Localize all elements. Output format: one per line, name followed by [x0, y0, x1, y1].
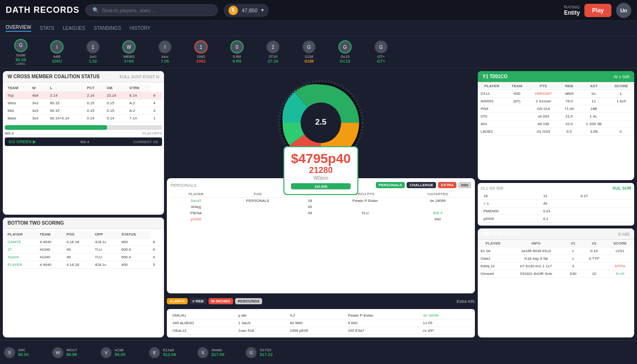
player-card[interactable]: 1 1oU 1.02 — [76, 40, 110, 64]
player-name: 1oU — [90, 55, 97, 59]
player-score: Gc13 — [340, 59, 350, 64]
coin-value: 47,850 — [242, 8, 258, 13]
player-card[interactable]: 2 2T10 27.10 — [256, 40, 290, 64]
player-card[interactable]: 0 0.R0 0.R0 — [220, 40, 254, 64]
player-card[interactable]: 1 1082 1082 — [184, 40, 218, 64]
table-row: 0T0 cb 004 21.0 1 4c. — [478, 113, 634, 120]
col-w: W — [29, 84, 47, 92]
score-label: RATING — [564, 5, 580, 9]
table-row: Top4b42.142.1425.146.146 — [5, 92, 162, 100]
player-score: G1M — [304, 59, 314, 64]
player-name: G1M — [305, 55, 313, 59]
player-avatar: G — [302, 40, 316, 54]
bottom-player-info-2: WO1T $6.86 — [66, 348, 77, 357]
player-name: Go00 — [16, 53, 26, 57]
player-card[interactable]: G Gc13 Gc13 — [328, 40, 362, 64]
bottom-avatar-3: V — [100, 347, 112, 358]
player-card[interactable]: l lo66 100U — [40, 40, 74, 64]
nav-right: RATING Entity Play Un — [564, 3, 631, 18]
popup-big-score: $4795p40 — [291, 152, 351, 165]
nav-coin-area: $ 47,850 ▾ — [224, 4, 269, 17]
subnav-item-stats[interactable]: STATS — [40, 26, 55, 31]
player-name: 0.R0 — [233, 55, 241, 59]
bottom-sublabel: CURRENT GE — [133, 140, 158, 144]
tab-personals[interactable]: PERSONALS — [376, 182, 405, 188]
matchup-data-table: PLAYER POS OPP PROJ PTS %STARTED Decd7 P… — [171, 191, 471, 222]
player-score: 0.R0 — [232, 59, 241, 64]
center-panel: 2.5 $4795p40 21280 W0poo 1bt.600 PERSONA… — [167, 71, 475, 337]
nav-dropdown-icon[interactable]: ▾ — [261, 7, 264, 13]
tab-info[interactable]: Info — [458, 182, 471, 188]
subnav-item-overview[interactable]: OVERVIEW — [6, 25, 31, 32]
player-avatar: l — [158, 40, 172, 54]
right-mid-card: VL1 G0 508 SUL SOR 18 11 0.27 = 1 45 — [478, 183, 634, 226]
tab-alerts[interactable]: ALERTS — [167, 298, 188, 304]
player-score: 100U — [52, 59, 62, 64]
coin-icon: $ — [228, 6, 238, 15]
bottom-label: GO GREEN ▶ — [9, 139, 36, 144]
bottom-stats-card: DMLHU y abl 4.2 Peado P-Eslan 4e 18099 3… — [167, 309, 475, 337]
left-data-table: TEAM W L PCT GB STRK Top4b42.142.1425.14… — [5, 84, 162, 122]
table-row: Mid3x360.150.150.15A.22 — [5, 107, 162, 115]
tab-challenge[interactable]: CHALLENGE — [407, 182, 436, 188]
player-label: LABEL — [16, 62, 26, 65]
table-row: Tosent4104049TLU600.44 — [5, 254, 162, 261]
table-row: E1 0e 2a165 6016 6S12 c 0.16 c2S1 — [478, 247, 634, 255]
bottom-player-info-4: E11a0 $12.06 — [163, 348, 176, 357]
right-top-card: Y1 T001CO W v 508 PLAYER TEAM PTS REB AS… — [478, 71, 634, 180]
table-row: PMEN00 0.91 — [481, 208, 631, 215]
bottom-player-s: S SIweb $17.06 — [197, 347, 240, 358]
bottom-player-info-5: SIweb $17.06 — [211, 348, 225, 357]
bottom-player-info-3: vCa6 $6.05 — [115, 348, 126, 357]
matchup-title: PERSONALS — [171, 183, 197, 188]
table-row: 18 11 0.27 — [481, 192, 631, 200]
table-row: G111 40D H0R1G8T oBb5 1b. 1. — [478, 90, 634, 98]
right-bottom-subtitle: S A65 — [618, 232, 629, 237]
table-row: Base3x360.14+0.140.140.147.141 — [5, 115, 162, 122]
table-row: DMLHU y abl 4.2 Peado P-Eslan 4e 18099 — [170, 312, 472, 319]
bottom-player-g: G G1T22 $17.22 — [246, 347, 288, 358]
table-row: 3T4104049TLU600.44 — [5, 246, 162, 254]
player-score: $6.00 — [16, 57, 27, 62]
search-input[interactable] — [102, 8, 211, 13]
table-row: A00001 (bT) 2 S1oner 78.0 11 1 bc5 — [478, 98, 634, 105]
player-score: 1+65 — [124, 59, 134, 64]
col-gb: GB — [104, 84, 127, 92]
rcol-player: PLAYER — [478, 82, 506, 90]
bottom-data-table: PLAYER TEAM POS OPP STATUS GAMTE4.40404.… — [5, 231, 162, 269]
play-button[interactable]: Play — [584, 4, 611, 17]
table-row: A01 e8 150 22.0 1 3S5 3B — [478, 120, 634, 128]
mcol-player: PLAYER — [171, 191, 221, 198]
tab-rebounds[interactable]: REBOUNDS — [235, 298, 263, 304]
bottom-avatar-4: E — [149, 347, 160, 358]
player-card[interactable]: l lucs 7.05 — [148, 40, 182, 64]
subnav-item-history[interactable]: HISTORY — [129, 26, 150, 31]
subnav-item-standings[interactable]: STANDINGS — [94, 26, 121, 31]
tab-inches[interactable]: W INCHES — [209, 298, 233, 304]
right-mid-table: 18 11 0.27 = 1 45 PMEN00 0.91 — [481, 192, 631, 223]
table-row: p1000 940 — [171, 216, 471, 222]
bcol-status: STATUS — [118, 231, 150, 238]
player-card[interactable]: G Go00 $6.00 LABEL — [4, 39, 38, 65]
player-score: 1.02 — [89, 59, 97, 64]
player-name: Gc13 — [340, 55, 349, 59]
app-title: DATH RECORDS — [6, 5, 80, 15]
bottom-avatar-6: G — [246, 347, 257, 358]
player-card[interactable]: W WEBS 1+65 — [112, 40, 146, 64]
rcol-score: SCORE — [608, 82, 634, 90]
player-card[interactable]: G G1M G1M — [292, 40, 326, 64]
player-avatar: W — [122, 40, 136, 54]
left-table-title: W CROSS MEMBER COALITION STATUS — [8, 74, 100, 79]
left-bottom-table-card: BOTTOM TWO SCORING PLAYER TEAM POS OPP S… — [3, 218, 164, 337]
subnav-item-leagues[interactable]: LEAGUES — [63, 26, 85, 31]
col-strk: STRK — [127, 84, 150, 92]
tab-extra[interactable]: EXTRA — [438, 182, 456, 188]
search-bar[interactable]: 🔍 — [85, 4, 218, 16]
table-row: Glas1 fc1b bay S fat c 0.TTP — [478, 255, 634, 263]
player-card[interactable]: G GT+ GT+ — [364, 40, 398, 64]
tab-reb[interactable]: # REB — [190, 298, 207, 304]
avatar[interactable]: Un — [616, 3, 631, 18]
col-pct: PCT — [84, 84, 104, 92]
popup-button[interactable]: 1bt.600 — [291, 183, 351, 190]
right-top-subtitle: W v 508 — [614, 74, 629, 79]
